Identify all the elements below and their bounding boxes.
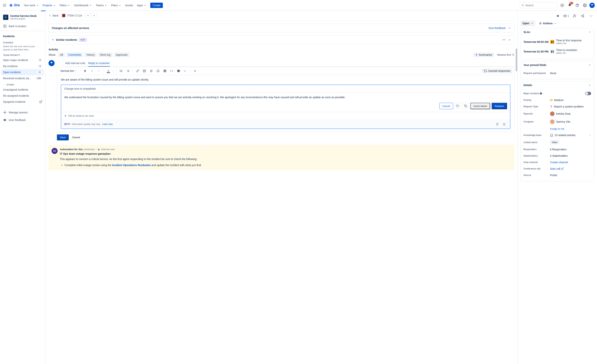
share-icon[interactable] (580, 13, 586, 19)
start-call-link[interactable]: Start call (550, 167, 564, 170)
other-label[interactable]: OTHER (1, 81, 44, 87)
request-participants-value[interactable]: None (550, 72, 591, 75)
mention-icon[interactable]: @ (148, 68, 154, 74)
code-icon[interactable] (169, 68, 174, 74)
image-icon[interactable] (141, 68, 147, 74)
bullet-list-icon[interactable] (118, 68, 124, 74)
ai-next-prompt[interactable]: ✦ Tell AI what to do next (61, 112, 510, 120)
more-actions-icon[interactable] (588, 13, 594, 19)
runbooks-link[interactable]: Incident Operations Runbooks (112, 164, 151, 167)
notifications-icon[interactable]: 9+ (567, 2, 573, 8)
note-author[interactable]: Automation for Jira (60, 148, 83, 151)
user-avatar[interactable] (589, 3, 595, 8)
summarize-button[interactable]: ✦Summarize (473, 53, 494, 57)
tab-add-internal-note[interactable]: Add internal note (65, 60, 85, 67)
create-button[interactable]: Create (150, 3, 163, 8)
give-feedback-sidebar[interactable]: Give feedback (1, 116, 44, 124)
request-type-value[interactable]: ⚗ Report a system problem (550, 105, 591, 108)
watchers-button[interactable]: 1 (563, 14, 569, 18)
nav-assets[interactable]: Assets (124, 2, 134, 8)
details-header[interactable]: Details (521, 81, 594, 89)
editor-original-text[interactable]: We are aware of the billing system issue… (61, 78, 511, 84)
tab-history[interactable]: History (85, 53, 97, 57)
text-style-dropdown[interactable]: Normal text (59, 69, 78, 73)
replace-button[interactable]: Replace (492, 103, 507, 109)
prev-issue-button[interactable] (85, 13, 91, 18)
slas-header[interactable]: SLAs (521, 28, 594, 36)
bold-icon[interactable]: B (82, 68, 88, 74)
numbered-list-icon[interactable] (125, 68, 131, 74)
queue-open-incidents[interactable]: Open incidents18 (1, 69, 44, 75)
queue-resolved[interactable]: Resolved incidents (la...238 (1, 75, 44, 81)
reporter-value[interactable]: Keisha Onai (550, 111, 591, 116)
more-formatting-icon[interactable]: ⋯ (96, 68, 102, 74)
queue-reassigned[interactable]: Re-assigned incidents (1, 93, 44, 99)
ai-cancel-button[interactable]: Cancel (440, 103, 453, 109)
back-to-project[interactable]: Back to project (1, 22, 44, 30)
learn-why-link[interactable]: Learn why (102, 123, 113, 126)
chevron-down-icon[interactable] (508, 38, 511, 41)
table-icon[interactable] (162, 68, 168, 74)
status-dropdown[interactable]: Open (521, 20, 535, 26)
stakeholders-value[interactable]: 3 Stakeholders (550, 154, 591, 157)
tab-reply-customer[interactable]: Reply to customer (88, 60, 110, 67)
italic-icon[interactable]: I (89, 68, 95, 74)
save-button[interactable]: Save (57, 135, 69, 140)
give-feedback-link[interactable]: Give feedback (489, 27, 506, 30)
tab-all[interactable]: All (58, 53, 65, 57)
link-icon[interactable] (135, 68, 141, 74)
responders-value[interactable]: 6 Responders (550, 148, 591, 151)
chevron-down-icon[interactable] (112, 70, 114, 72)
actions-dropdown[interactable]: Actions (537, 20, 558, 26)
tab-comments[interactable]: Comments (66, 53, 83, 57)
retry-icon[interactable] (455, 103, 461, 109)
jira-logo[interactable]: Jira (9, 3, 20, 7)
queue-my-incidents[interactable]: My incidents0 (1, 63, 44, 69)
info-icon[interactable]: i (176, 68, 181, 74)
search-input[interactable] (520, 2, 558, 8)
scrollbar[interactable] (516, 11, 517, 364)
canned-responses-button[interactable]: Canned responses (482, 69, 512, 73)
assignee-value[interactable]: Sammy Vito (550, 119, 591, 124)
tab-approvals[interactable]: Approvals (114, 53, 129, 57)
queue-unassigned[interactable]: Unassigned incidents (1, 87, 44, 93)
queue-open-major[interactable]: Open major incidents0 (1, 57, 44, 63)
add-icon[interactable]: + (182, 68, 188, 74)
nav-your-work[interactable]: Your work (22, 2, 40, 8)
ai-icon[interactable]: ✦ (192, 68, 198, 74)
knowledge-base-dropdown[interactable]: 15 related articles (550, 134, 591, 137)
thumbs-up-icon[interactable] (495, 121, 500, 127)
compass-icon[interactable] (559, 2, 565, 8)
settings-icon[interactable] (582, 2, 588, 8)
copy-icon[interactable] (463, 103, 469, 109)
nav-apps[interactable]: Apps (135, 2, 148, 8)
nav-filters[interactable]: Filters (58, 2, 72, 8)
nav-teams[interactable]: Teams (94, 2, 109, 8)
issue-key[interactable]: ITSM-17116 (67, 14, 82, 17)
feedback-megaphone-icon[interactable] (555, 13, 561, 19)
text-color-icon[interactable]: A (106, 68, 111, 74)
next-issue-button[interactable] (91, 13, 97, 18)
nav-projects[interactable]: Projects (41, 2, 57, 8)
sort-newest-first[interactable]: Newest first (497, 53, 514, 56)
insert-below-button[interactable]: Insert below (470, 103, 490, 109)
thumbs-down-icon[interactable] (501, 121, 507, 127)
queue-opsgenie[interactable]: Opsgenie incidents (1, 99, 44, 105)
manage-queues[interactable]: Manage queues (1, 109, 44, 116)
chevron-down-icon[interactable] (508, 27, 511, 30)
nav-dashboards[interactable]: Dashboards (73, 2, 94, 8)
nav-plans[interactable]: Plans (110, 2, 123, 8)
assign-to-me-link[interactable]: Assign to me (550, 127, 564, 130)
priority-value[interactable]: Medium (550, 99, 591, 102)
info-icon[interactable]: i (540, 92, 542, 95)
cancel-button[interactable]: Cancel (70, 135, 82, 140)
emoji-icon[interactable] (155, 68, 161, 74)
major-incident-toggle[interactable]: ✕ (585, 92, 591, 95)
more-icon[interactable] (502, 38, 506, 42)
vote-icon[interactable] (571, 13, 577, 19)
tab-worklog[interactable]: Work log (98, 53, 112, 57)
app-switcher-icon[interactable] (2, 3, 7, 8)
back-button[interactable]: Back (48, 14, 60, 17)
linked-alerts-view[interactable]: View (550, 140, 559, 144)
create-channel-link[interactable]: Create channel (550, 161, 568, 164)
